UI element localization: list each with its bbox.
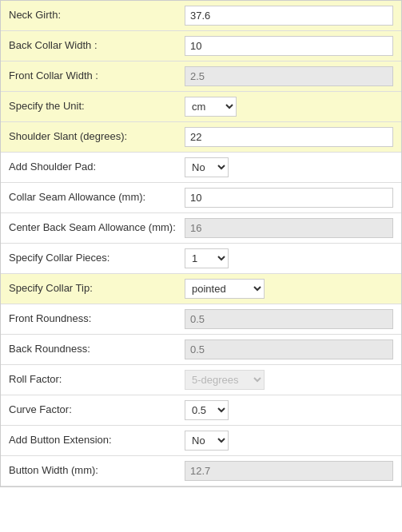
form-row-back-collar-width: Back Collar Width : (1, 31, 401, 62)
input-neck-girth[interactable] (185, 6, 393, 26)
form-row-collar-seam-allowance: Collar Seam Allowance (mm): (1, 183, 401, 213)
label-neck-girth: Neck Girth: (9, 9, 185, 22)
input-cell-shoulder-slant (185, 127, 393, 147)
label-back-roundness: Back Roundness: (9, 343, 185, 356)
label-specify-collar-tip: Specify Collar Tip: (9, 282, 185, 296)
label-shoulder-slant: Shoulder Slant (degrees): (9, 130, 185, 144)
form-row-roll-factor: Roll Factor:5-degrees10-degrees15-degree… (1, 365, 401, 395)
form-row-add-button-extension: Add Button Extension:NoYes (1, 426, 401, 456)
input-cell-specify-collar-tip: pointedroundedstraight (185, 279, 393, 299)
label-front-roundness: Front Roundness: (9, 312, 185, 326)
label-curve-factor: Curve Factor: (9, 403, 185, 417)
input-cell-specify-unit: cmin (185, 97, 393, 117)
label-center-back-seam-allowance: Center Back Seam Allowance (mm): (9, 221, 185, 235)
form-container: Neck Girth:Back Collar Width :Front Coll… (0, 0, 402, 487)
input-cell-neck-girth (185, 6, 393, 26)
input-cell-roll-factor: 5-degrees10-degrees15-degrees (185, 370, 393, 390)
input-cell-specify-collar-pieces: 12 (185, 248, 393, 268)
input-front-collar-width (185, 66, 393, 86)
label-specify-unit: Specify the Unit: (9, 100, 185, 113)
input-cell-front-roundness (185, 309, 393, 329)
input-cell-collar-seam-allowance (185, 188, 393, 208)
input-back-roundness (185, 339, 393, 359)
select-add-button-extension[interactable]: NoYes (185, 431, 229, 451)
form-row-back-roundness: Back Roundness: (1, 335, 401, 365)
input-cell-add-shoulder-pad: NoYes (185, 157, 393, 177)
select-roll-factor: 5-degrees10-degrees15-degrees (185, 370, 265, 390)
form-row-button-width: Button Width (mm): (1, 456, 401, 486)
form-row-front-collar-width: Front Collar Width : (1, 62, 401, 92)
input-cell-front-collar-width (185, 66, 393, 86)
input-shoulder-slant[interactable] (185, 127, 393, 147)
select-curve-factor[interactable]: 0.51.01.5 (185, 400, 229, 420)
input-cell-add-button-extension: NoYes (185, 431, 393, 451)
label-button-width: Button Width (mm): (9, 464, 185, 478)
label-add-shoulder-pad: Add Shoulder Pad: (9, 161, 185, 174)
select-specify-unit[interactable]: cmin (185, 97, 237, 117)
form-row-center-back-seam-allowance: Center Back Seam Allowance (mm): (1, 213, 401, 244)
label-roll-factor: Roll Factor: (9, 373, 185, 387)
form-row-add-shoulder-pad: Add Shoulder Pad:NoYes (1, 153, 401, 183)
label-front-collar-width: Front Collar Width : (9, 69, 185, 83)
input-cell-center-back-seam-allowance (185, 218, 393, 238)
input-front-roundness (185, 309, 393, 329)
form-row-front-roundness: Front Roundness: (1, 304, 401, 335)
select-specify-collar-tip[interactable]: pointedroundedstraight (185, 279, 265, 299)
input-back-collar-width[interactable] (185, 36, 393, 56)
form-row-neck-girth: Neck Girth: (1, 1, 401, 31)
label-specify-collar-pieces: Specify Collar Pieces: (9, 252, 185, 265)
input-button-width (185, 461, 393, 481)
input-center-back-seam-allowance (185, 218, 393, 238)
input-cell-back-collar-width (185, 36, 393, 56)
label-collar-seam-allowance: Collar Seam Allowance (mm): (9, 191, 185, 204)
input-collar-seam-allowance[interactable] (185, 188, 393, 208)
label-back-collar-width: Back Collar Width : (9, 39, 185, 53)
form-row-curve-factor: Curve Factor:0.51.01.5 (1, 395, 401, 426)
form-row-specify-unit: Specify the Unit:cmin (1, 92, 401, 122)
select-specify-collar-pieces[interactable]: 12 (185, 248, 229, 268)
label-add-button-extension: Add Button Extension: (9, 434, 185, 447)
input-cell-back-roundness (185, 339, 393, 359)
form-row-specify-collar-pieces: Specify Collar Pieces:12 (1, 244, 401, 274)
input-cell-curve-factor: 0.51.01.5 (185, 400, 393, 420)
form-row-shoulder-slant: Shoulder Slant (degrees): (1, 122, 401, 153)
select-add-shoulder-pad[interactable]: NoYes (185, 157, 229, 177)
form-row-specify-collar-tip: Specify Collar Tip:pointedroundedstraigh… (1, 274, 401, 304)
input-cell-button-width (185, 461, 393, 481)
